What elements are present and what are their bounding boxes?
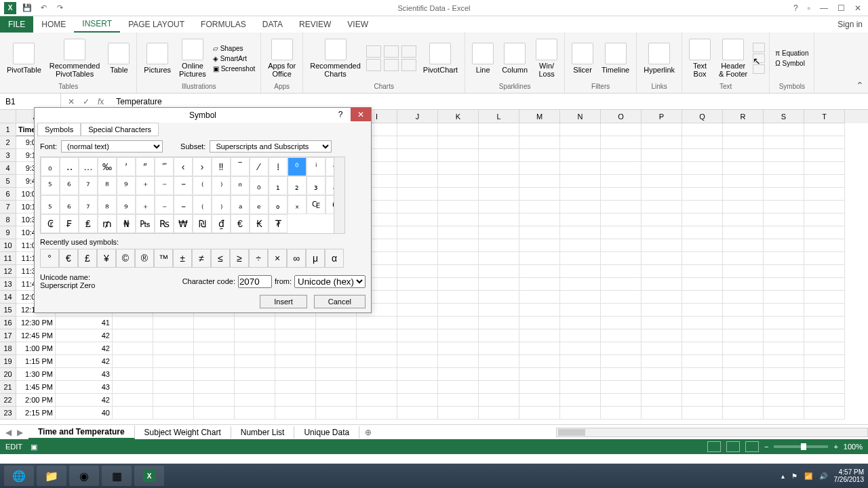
cell[interactable] — [438, 252, 479, 265]
cell[interactable] — [479, 342, 519, 355]
symbol-cell[interactable]: ⁄ — [250, 157, 269, 176]
cell[interactable] — [682, 265, 723, 278]
col-header-o[interactable]: O — [601, 110, 642, 123]
cell[interactable] — [113, 355, 153, 368]
cell[interactable] — [764, 162, 804, 175]
sheet-tab-time-temperature[interactable]: Time and Temperature — [28, 426, 135, 439]
sparkline-line-button[interactable]: Line — [469, 41, 496, 75]
cell[interactable] — [764, 394, 804, 407]
cell[interactable] — [723, 188, 764, 201]
cell[interactable] — [804, 226, 845, 239]
cell[interactable] — [113, 407, 153, 420]
redo-icon[interactable]: ↷ — [54, 3, 65, 14]
cell[interactable]: 42 — [56, 394, 113, 407]
recent-symbol-cell[interactable]: ≤ — [211, 249, 230, 268]
cell[interactable] — [723, 381, 764, 394]
sparkline-winloss-button[interactable]: Win/ Loss — [533, 37, 560, 79]
cell[interactable] — [397, 239, 438, 252]
char-code-input[interactable] — [238, 275, 272, 288]
cell[interactable] — [682, 304, 723, 317]
cell[interactable] — [682, 252, 723, 265]
cell[interactable] — [560, 136, 601, 149]
zoom-slider[interactable] — [774, 445, 828, 448]
pivottable-button[interactable]: PivotTable — [4, 41, 44, 75]
cell[interactable]: 2:00 PM — [16, 394, 56, 407]
sparkline-column-button[interactable]: Column — [499, 41, 530, 75]
formula-input[interactable]: Temperature — [111, 97, 868, 106]
cell[interactable] — [438, 175, 479, 188]
font-select[interactable]: (normal text) — [61, 140, 163, 152]
cell[interactable] — [601, 149, 642, 162]
sheet-tab-subject-weight[interactable]: Subject Weight Chart — [135, 426, 231, 439]
cell[interactable] — [153, 329, 194, 342]
cell[interactable] — [804, 214, 845, 226]
tab-insert[interactable]: INSERT — [74, 16, 120, 33]
cell[interactable] — [275, 355, 316, 368]
symbol-cell[interactable]: ⁶ — [60, 176, 79, 195]
cell[interactable] — [764, 188, 804, 201]
cell[interactable] — [194, 381, 235, 394]
symbol-cell[interactable]: ₈ — [98, 195, 117, 214]
cell[interactable] — [560, 123, 601, 136]
symbol-cell[interactable]: ‾ — [231, 157, 250, 176]
symbol-cell[interactable]: € — [231, 214, 250, 233]
cell[interactable] — [764, 291, 804, 304]
cell[interactable] — [519, 201, 560, 214]
col-header-l[interactable]: L — [479, 110, 519, 123]
save-icon[interactable]: 💾 — [22, 3, 33, 14]
cell[interactable]: 1:00 PM — [16, 342, 56, 355]
row-header[interactable]: 2 — [0, 136, 16, 149]
cell[interactable] — [316, 342, 357, 355]
add-sheet-button[interactable]: ⊕ — [359, 428, 377, 437]
cell[interactable] — [560, 214, 601, 226]
cell[interactable]: 43 — [56, 368, 113, 381]
zoom-level[interactable]: 100% — [844, 443, 863, 451]
recent-symbol-cell[interactable]: © — [116, 249, 135, 268]
cell[interactable] — [682, 368, 723, 381]
cell[interactable] — [316, 329, 357, 342]
cell[interactable] — [275, 342, 316, 355]
row-header[interactable]: 8 — [0, 214, 16, 226]
cell[interactable] — [438, 136, 479, 149]
cell[interactable] — [194, 329, 235, 342]
tab-page-layout[interactable]: PAGE LAYOUT — [120, 16, 193, 33]
select-all-corner[interactable] — [0, 110, 16, 123]
cell[interactable] — [723, 329, 764, 342]
recent-symbol-cell[interactable]: ± — [173, 249, 192, 268]
cell[interactable] — [642, 252, 682, 265]
cell[interactable] — [397, 329, 438, 342]
symbol-cell[interactable]: ⁱ — [307, 157, 326, 176]
cell[interactable] — [316, 355, 357, 368]
cell[interactable] — [479, 368, 519, 381]
enter-formula-icon[interactable]: ✓ — [83, 97, 90, 106]
row-header[interactable]: 15 — [0, 304, 16, 317]
cell[interactable] — [275, 394, 316, 407]
cell[interactable] — [397, 214, 438, 226]
sheet-tab-unique-data[interactable]: Unique Data — [294, 426, 359, 439]
insert-button[interactable]: Insert — [260, 295, 307, 308]
row-header[interactable]: 11 — [0, 252, 16, 265]
cell[interactable] — [682, 355, 723, 368]
cell[interactable] — [113, 342, 153, 355]
row-header[interactable]: 13 — [0, 278, 16, 291]
recommended-charts-button[interactable]: Recommended Charts — [307, 37, 363, 79]
cancel-button[interactable]: Cancel — [314, 295, 366, 308]
chart-area-icon[interactable] — [366, 59, 381, 71]
cell[interactable] — [479, 278, 519, 291]
cell[interactable] — [764, 226, 804, 239]
cell[interactable] — [560, 252, 601, 265]
col-header-j[interactable]: J — [397, 110, 438, 123]
cell[interactable] — [479, 239, 519, 252]
cell[interactable] — [235, 381, 275, 394]
cell[interactable] — [764, 381, 804, 394]
symbol-cell[interactable]: ₉ — [117, 195, 136, 214]
symbol-cell[interactable]: ⁰ — [288, 157, 307, 176]
cell[interactable] — [519, 329, 560, 342]
cell[interactable] — [723, 214, 764, 226]
cell[interactable]: 41 — [56, 317, 113, 329]
cell[interactable]: 12:45 PM — [16, 329, 56, 342]
cell[interactable] — [723, 149, 764, 162]
cell[interactable] — [764, 304, 804, 317]
cell[interactable] — [642, 394, 682, 407]
cell[interactable] — [642, 317, 682, 329]
